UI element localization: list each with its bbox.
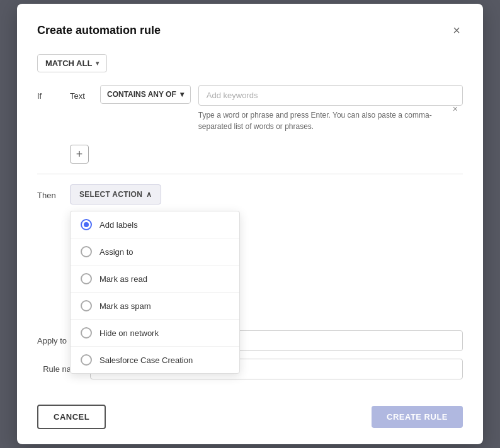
- then-label: Then: [37, 184, 62, 200]
- select-action-button[interactable]: SELECT ACTION ∧: [70, 184, 161, 204]
- action-label-salesforce: Salesforce Case Creation: [99, 356, 193, 365]
- action-option-assign-to[interactable]: Assign to: [71, 238, 239, 266]
- contains-chevron: ▾: [180, 90, 184, 99]
- radio-assign-to: [81, 246, 92, 257]
- keyword-hint: Type a word or phrase and press Enter. Y…: [198, 109, 463, 132]
- if-label: If: [37, 85, 62, 101]
- keyword-clear-button[interactable]: ×: [453, 104, 458, 114]
- cancel-button[interactable]: CANCEL: [37, 405, 106, 429]
- match-all-row: MATCH ALL ▾: [37, 54, 463, 72]
- modal-footer: CANCEL CREATE RULE: [37, 397, 463, 429]
- action-label-hide-on-network: Hide on network: [99, 328, 159, 338]
- backdrop: Create automation rule × MATCH ALL ▾ If …: [0, 0, 500, 448]
- add-condition-button[interactable]: +: [70, 145, 89, 164]
- create-rule-button[interactable]: CREATE RULE: [372, 406, 463, 428]
- match-all-chevron: ▾: [96, 60, 99, 67]
- match-all-label: MATCH ALL: [45, 59, 92, 68]
- modal-title: Create automation rule: [37, 24, 161, 37]
- close-button[interactable]: ×: [450, 21, 463, 39]
- select-action-label: SELECT ACTION: [79, 190, 142, 199]
- action-option-hide-on-network[interactable]: Hide on network: [71, 320, 239, 347]
- condition-row: If Text CONTAINS ANY OF ▾ × Type a word …: [37, 85, 463, 132]
- radio-add-labels: [81, 219, 92, 230]
- action-option-mark-as-spam[interactable]: Mark as spam: [71, 293, 239, 320]
- apply-to-label: Apply to: [37, 336, 67, 345]
- keyword-input-wrapper: × Type a word or phrase and press Enter.…: [198, 85, 463, 132]
- match-all-select[interactable]: MATCH ALL ▾: [37, 54, 107, 72]
- modal: Create automation rule × MATCH ALL ▾ If …: [17, 4, 483, 444]
- divider: [37, 174, 463, 174]
- radio-mark-as-read: [81, 273, 92, 284]
- condition-type: Text: [70, 85, 93, 101]
- action-label-mark-as-read: Mark as read: [99, 274, 147, 284]
- then-row: Then SELECT ACTION ∧ Add labels Assign t…: [37, 184, 463, 204]
- contains-label: CONTAINS ANY OF: [107, 90, 176, 99]
- select-action-chevron: ∧: [146, 190, 152, 199]
- keyword-input[interactable]: [198, 85, 463, 106]
- action-label-assign-to: Assign to: [99, 247, 133, 257]
- action-label-mark-as-spam: Mark as spam: [99, 301, 151, 311]
- modal-header: Create automation rule ×: [37, 21, 463, 39]
- radio-salesforce: [81, 354, 92, 366]
- action-option-add-labels[interactable]: Add labels: [71, 211, 239, 238]
- action-dropdown: Add labels Assign to Mark as read Mark a…: [70, 211, 240, 374]
- action-label-add-labels: Add labels: [99, 220, 138, 230]
- action-option-mark-as-read[interactable]: Mark as read: [71, 266, 239, 293]
- contains-select[interactable]: CONTAINS ANY OF ▾: [100, 85, 191, 104]
- action-option-salesforce[interactable]: Salesforce Case Creation: [71, 347, 239, 373]
- radio-hide-on-network: [81, 327, 92, 339]
- radio-mark-as-spam: [81, 300, 92, 311]
